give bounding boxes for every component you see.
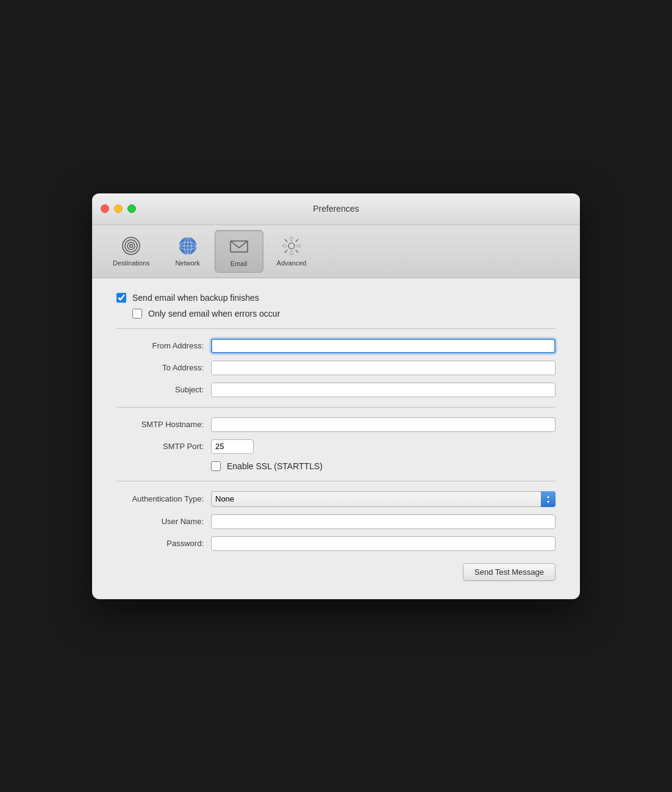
toolbar: Destinations Network [92, 225, 580, 278]
tab-advanced[interactable]: Advanced [266, 230, 318, 273]
auth-type-row: Authentication Type: None Plain Login CR… [116, 491, 556, 507]
password-label: Password: [116, 539, 211, 548]
ssl-row: Enable SSL (STARTTLS) [116, 461, 556, 471]
advanced-icon [281, 235, 302, 257]
auth-type-select-wrapper: None Plain Login CRAM-MD5 [211, 491, 556, 507]
username-input[interactable] [211, 514, 556, 529]
network-icon [177, 235, 199, 257]
from-address-input[interactable] [211, 339, 556, 353]
username-label: User Name: [116, 517, 211, 526]
close-button[interactable] [101, 204, 109, 213]
send-email-label[interactable]: Send email when backup finishes [132, 293, 259, 303]
only-errors-checkbox[interactable] [132, 309, 142, 319]
divider-3 [116, 481, 556, 481]
traffic-lights [101, 204, 136, 213]
smtp-hostname-row: SMTP Hostname: [116, 417, 556, 432]
email-icon [228, 236, 250, 257]
smtp-hostname-input[interactable] [211, 417, 556, 432]
tab-network-label: Network [175, 259, 199, 267]
divider-2 [116, 407, 556, 408]
minimize-button[interactable] [114, 204, 123, 213]
svg-point-2 [127, 242, 135, 250]
to-address-label: To Address: [116, 363, 211, 372]
username-row: User Name: [116, 514, 556, 529]
smtp-port-input[interactable] [211, 439, 254, 454]
subject-label: Subject: [116, 385, 211, 394]
ssl-checkbox[interactable] [211, 461, 221, 471]
smtp-hostname-label: SMTP Hostname: [116, 420, 211, 429]
send-email-checkbox[interactable] [116, 293, 126, 303]
to-address-row: To Address: [116, 361, 556, 375]
subject-row: Subject: [116, 383, 556, 397]
subject-input[interactable] [211, 383, 556, 397]
to-address-input[interactable] [211, 361, 556, 375]
destinations-icon [120, 235, 142, 257]
password-row: Password: [116, 536, 556, 551]
send-email-row: Send email when backup finishes [116, 293, 556, 303]
tab-email-label: Email [231, 260, 248, 267]
tab-destinations[interactable]: Destinations [102, 230, 161, 273]
only-errors-label[interactable]: Only send email when errors occur [148, 309, 280, 319]
from-address-label: From Address: [116, 341, 211, 350]
tab-advanced-label: Advanced [277, 259, 307, 267]
tab-network[interactable]: Network [163, 230, 212, 273]
tab-destinations-label: Destinations [113, 259, 150, 267]
smtp-port-label: SMTP Port: [116, 442, 211, 451]
only-errors-row: Only send email when errors occur [132, 309, 556, 319]
maximize-button[interactable] [127, 204, 136, 213]
send-test-button[interactable]: Send Test Message [463, 563, 556, 581]
ssl-label[interactable]: Enable SSL (STARTTLS) [227, 461, 323, 471]
smtp-port-row: SMTP Port: [116, 439, 556, 454]
auth-type-select[interactable]: None Plain Login CRAM-MD5 [211, 491, 556, 507]
content-area: Send email when backup finishes Only sen… [92, 278, 580, 599]
window-title: Preferences [313, 204, 359, 214]
from-address-row: From Address: [116, 339, 556, 353]
svg-point-1 [125, 240, 137, 252]
titlebar: Preferences [92, 193, 580, 225]
divider-1 [116, 328, 556, 329]
auth-type-label: Authentication Type: [116, 494, 211, 503]
preferences-window: Preferences Destinations [92, 193, 580, 599]
password-input[interactable] [211, 536, 556, 551]
svg-point-3 [130, 244, 133, 247]
svg-point-10 [288, 243, 295, 249]
tab-email[interactable]: Email [215, 230, 263, 273]
